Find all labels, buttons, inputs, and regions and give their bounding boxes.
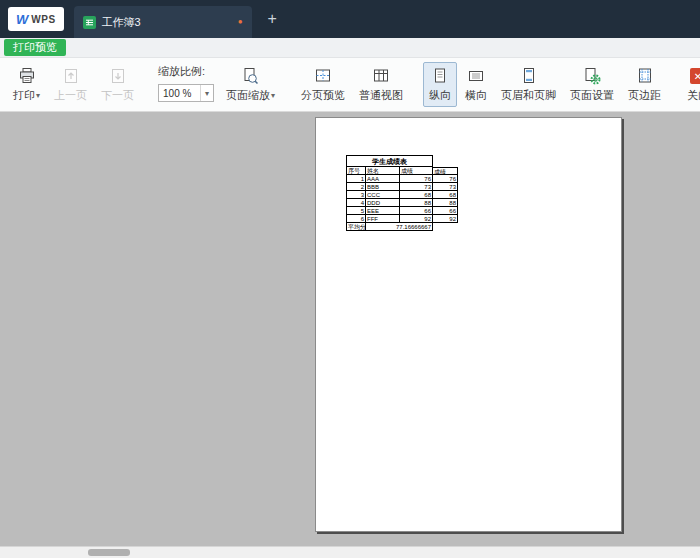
portrait-icon	[431, 66, 449, 86]
unsaved-dot-icon: ●	[238, 18, 243, 26]
portrait-label: 纵向	[429, 88, 451, 103]
table-cell: 92	[400, 215, 433, 223]
normal-view-button[interactable]: 普通视图	[353, 62, 409, 107]
prev-page-icon	[62, 66, 80, 86]
table-cell: EEE	[366, 207, 400, 215]
table-cell: 4	[346, 199, 366, 207]
print-preview-badge: 打印预览	[4, 39, 66, 56]
table-cell: 92	[433, 215, 458, 223]
margins-button[interactable]: 页边距	[622, 62, 667, 107]
mode-banner: 打印预览	[0, 38, 700, 58]
table-cell: BBB	[366, 183, 400, 191]
prev-page-button[interactable]: 上一页	[48, 62, 93, 107]
table-cell: 76	[400, 175, 433, 183]
table-cell: 76	[433, 175, 458, 183]
close-icon: ✕	[690, 68, 700, 84]
next-page-icon	[109, 66, 127, 86]
table-spacer	[433, 223, 458, 231]
table-spacer	[433, 155, 458, 163]
dropdown-arrow-icon: ▾	[36, 91, 40, 100]
print-button[interactable]: 打印▾	[7, 62, 46, 107]
page-setup-label: 页面设置	[570, 88, 614, 103]
tab-workbook3[interactable]: 工作簿3 ●	[74, 6, 252, 38]
titlebar: W WPS 工作簿3 ● +	[0, 0, 700, 38]
pagebreak-preview-button[interactable]: 分页预览	[295, 62, 351, 107]
landscape-icon	[467, 66, 485, 86]
normal-view-label: 普通视图	[359, 88, 403, 103]
table-cell: CCC	[366, 191, 400, 199]
table-cell: 2	[346, 183, 366, 191]
page-zoom-icon	[241, 66, 260, 86]
zoom-select[interactable]: 100 % ▾	[158, 84, 214, 102]
header-footer-button[interactable]: 页眉和页脚	[495, 62, 562, 107]
tab-title: 工作簿3	[102, 15, 232, 30]
table-cell: AAA	[366, 175, 400, 183]
page-zoom-button[interactable]: 页面缩放▾	[220, 62, 281, 107]
summary-value: 77.16666667	[366, 223, 433, 231]
normal-view-icon	[372, 66, 390, 86]
table-cell: 73	[433, 183, 458, 191]
table-cell: 88	[433, 199, 458, 207]
table-cell: 6	[346, 215, 366, 223]
table-cell: 1	[346, 175, 366, 183]
dropdown-arrow-icon: ▾	[271, 91, 275, 100]
table-cell: 66	[400, 207, 433, 215]
pagebreak-preview-icon	[314, 66, 332, 86]
prev-page-label: 上一页	[54, 88, 87, 103]
summary-label: 平均分	[346, 223, 366, 231]
margins-label: 页边距	[628, 88, 661, 103]
printer-icon	[18, 66, 36, 86]
spreadsheet-icon	[83, 16, 96, 29]
next-page-label: 下一页	[101, 88, 134, 103]
page-zoom-label: 页面缩放	[226, 88, 270, 103]
table-cell: 66	[433, 207, 458, 215]
zoom-ratio-group: 缩放比例: 100 % ▾	[153, 62, 219, 102]
table-cell: 68	[400, 191, 433, 199]
table-title: 学生成绩表	[346, 155, 433, 167]
table-cell: 3	[346, 191, 366, 199]
page-setup-icon	[583, 66, 601, 86]
pagebreak-preview-label: 分页预览	[301, 88, 345, 103]
table-cell: 88	[400, 199, 433, 207]
next-page-button[interactable]: 下一页	[95, 62, 140, 107]
landscape-label: 横向	[465, 88, 487, 103]
margins-icon	[636, 66, 654, 86]
table-cell: FFF	[366, 215, 400, 223]
zoom-ratio-label: 缩放比例:	[158, 64, 214, 79]
wps-menu-button[interactable]: W WPS	[8, 7, 64, 31]
wps-logo-icon: W	[16, 12, 28, 27]
scrollbar-handle[interactable]	[88, 549, 130, 556]
zoom-value: 100 %	[159, 88, 200, 99]
table-cell: 68	[433, 191, 458, 199]
print-label: 打印	[13, 88, 35, 103]
zoom-dropdown-arrow-icon[interactable]: ▾	[200, 85, 213, 101]
col-header: 序号	[346, 167, 366, 175]
page-setup-button[interactable]: 页面设置	[564, 62, 620, 107]
header-footer-label: 页眉和页脚	[501, 88, 556, 103]
col-header: 成绩	[400, 167, 433, 175]
landscape-button[interactable]: 横向	[459, 62, 493, 107]
preview-canvas: 学生成绩表 序号 姓名 成绩 成绩 1 AAA 76 76 2 BBB 73 7…	[0, 112, 700, 558]
horizontal-scrollbar[interactable]	[0, 546, 700, 558]
student-score-table: 学生成绩表 序号 姓名 成绩 成绩 1 AAA 76 76 2 BBB 73 7…	[346, 155, 458, 231]
header-footer-icon	[520, 66, 538, 86]
new-tab-button[interactable]: +	[268, 10, 277, 28]
close-label: 关闭	[687, 88, 700, 103]
close-preview-button[interactable]: ✕ 关闭	[681, 62, 700, 107]
col-header: 成绩	[433, 167, 458, 175]
wps-logo-text: WPS	[31, 14, 55, 25]
portrait-button[interactable]: 纵向	[423, 62, 457, 107]
table-cell: DDD	[366, 199, 400, 207]
print-preview-toolbar: 打印▾ 上一页 下一页 缩放比例: 100 % ▾	[0, 58, 700, 112]
col-header: 姓名	[366, 167, 400, 175]
table-cell: 5	[346, 207, 366, 215]
table-cell: 73	[400, 183, 433, 191]
preview-page: 学生成绩表 序号 姓名 成绩 成绩 1 AAA 76 76 2 BBB 73 7…	[315, 117, 622, 532]
